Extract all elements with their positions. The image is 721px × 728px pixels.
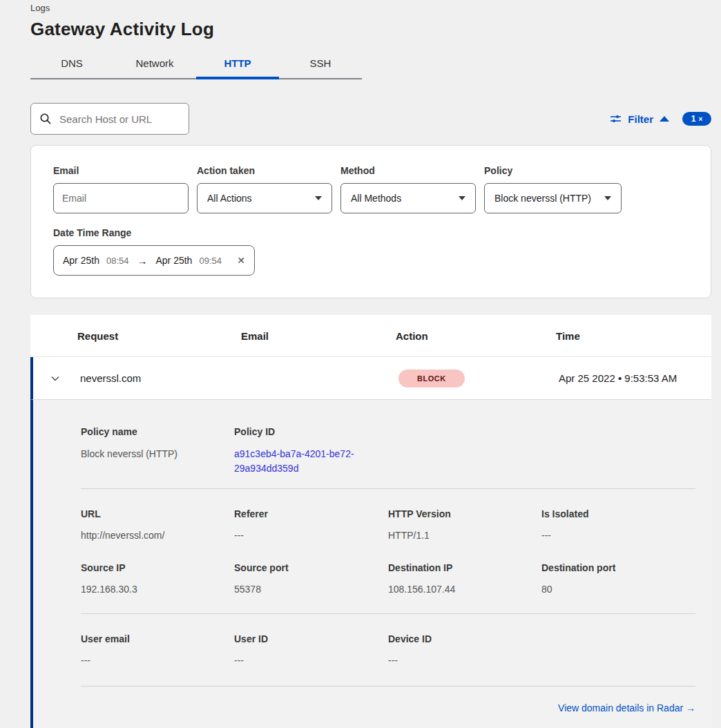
clear-filters-icon[interactable]: × [698, 115, 702, 123]
start-time: 08:54 [106, 256, 129, 266]
destination-port-value: 80 [541, 582, 695, 597]
is-isolated-field: Is Isolated --- [541, 508, 695, 543]
source-port-field: Source port 55378 [234, 562, 388, 597]
status-badge: BLOCK [398, 370, 465, 387]
destination-ip-field: Destination IP 108.156.107.44 [388, 562, 541, 597]
email-filter-label: Email [53, 165, 189, 176]
source-port-value: 55378 [234, 582, 388, 597]
tab-network[interactable]: Network [113, 50, 196, 78]
col-header-request: Request [77, 330, 241, 342]
log-type-tabs: DNS Network HTTP SSH [30, 50, 362, 79]
breadcrumb: Logs [30, 0, 711, 13]
collapse-caret-icon[interactable] [660, 116, 669, 122]
search-input[interactable] [58, 113, 198, 126]
filter-toggle-button[interactable]: Filter [628, 113, 653, 125]
end-date: Apr 25th [155, 255, 192, 266]
policy-id-link[interactable]: a91c3eb4-ba7a-4201-be72-29a934dd359d [234, 447, 369, 476]
destination-ip-value: 108.156.107.44 [388, 582, 541, 597]
date-range-field: Date Time Range Apr 25th 08:54 → Apr 25t… [53, 227, 689, 276]
col-header-action: Action [396, 330, 556, 342]
is-isolated-value: --- [541, 528, 695, 543]
http-version-value: HTTP/1.1 [388, 528, 541, 543]
log-detail-panel: Policy name Block neverssl (HTTP) Policy… [30, 399, 711, 728]
user-id-field: User ID --- [234, 633, 388, 668]
table-header-row: Request Email Action Time [30, 315, 711, 357]
search-box [30, 103, 189, 135]
policy-id-field: Policy ID a91c3eb4-ba7a-4201-be72-29a934… [234, 426, 388, 476]
filter-panel: Email Action taken All Actions Method Al… [30, 145, 711, 298]
action-filter-label: Action taken [197, 165, 332, 176]
source-ip-field: Source IP 192.168.30.3 [81, 562, 234, 597]
referer-value: --- [234, 528, 388, 543]
user-email-value: --- [81, 653, 234, 668]
action-filter-field: Action taken All Actions [197, 165, 332, 213]
date-range-picker[interactable]: Apr 25th 08:54 → Apr 25th 09:54 ✕ [53, 245, 255, 276]
email-filter-input[interactable] [53, 183, 189, 213]
col-header-time: Time [556, 330, 711, 342]
method-value: All Methods [351, 193, 401, 204]
policy-filter-field: Policy Block neverssl (HTTP) [484, 165, 622, 213]
chevron-down-icon [315, 196, 322, 200]
tab-dns[interactable]: DNS [30, 50, 113, 78]
method-select[interactable]: All Methods [340, 183, 476, 213]
active-filter-count-badge[interactable]: 1 × [682, 112, 711, 126]
page-title: Gateway Activity Log [30, 19, 711, 40]
method-filter-label: Method [340, 165, 476, 176]
policy-value: Block neverssl (HTTP) [494, 193, 591, 204]
request-section: URL http://neverssl.com/ Referer --- HTT… [81, 489, 695, 613]
user-id-value: --- [234, 653, 388, 668]
row-time: Apr 25 2022 • 9:53:53 AM [559, 372, 711, 384]
row-request: neverssl.com [80, 372, 244, 384]
date-range-label: Date Time Range [53, 227, 689, 238]
range-arrow-icon: → [135, 255, 148, 267]
policy-name-value: Block neverssl (HTTP) [81, 447, 234, 461]
table-row[interactable]: neverssl.com BLOCK Apr 25 2022 • 9:53:53… [30, 357, 711, 399]
filter-controls: Filter 1 × [610, 112, 711, 126]
user-section: User email --- User ID --- Device ID --- [81, 614, 695, 686]
filter-sliders-icon[interactable] [610, 113, 622, 124]
end-time: 09:54 [199, 256, 222, 266]
policy-name-field: Policy name Block neverssl (HTTP) [81, 426, 234, 476]
device-id-value: --- [388, 653, 541, 668]
search-filter-row: Filter 1 × [30, 103, 711, 135]
device-id-field: Device ID --- [388, 633, 541, 668]
method-filter-field: Method All Methods [340, 165, 476, 213]
row-action: BLOCK [398, 370, 559, 387]
clear-date-range-icon[interactable]: ✕ [237, 255, 245, 266]
row-expand-chevron-icon[interactable] [30, 374, 80, 383]
filter-count: 1 [691, 114, 696, 124]
tab-ssh[interactable]: SSH [279, 50, 362, 78]
destination-port-field: Destination port 80 [541, 562, 695, 597]
policy-select[interactable]: Block neverssl (HTTP) [484, 183, 622, 213]
chevron-down-icon [459, 196, 465, 200]
action-taken-select[interactable]: All Actions [197, 183, 332, 213]
url-value: http://neverssl.com/ [81, 528, 234, 543]
col-header-email: Email [241, 330, 396, 342]
source-ip-value: 192.168.30.3 [81, 582, 234, 597]
chevron-down-icon [604, 196, 611, 200]
radar-link-row: View domain details in Radar → [81, 687, 695, 714]
activity-log-table: Request Email Action Time neverssl.com B… [30, 315, 711, 728]
policy-section: Policy name Block neverssl (HTTP) Policy… [81, 400, 695, 488]
email-filter-field: Email [53, 165, 189, 213]
user-email-field: User email --- [81, 633, 234, 668]
url-field: URL http://neverssl.com/ [81, 508, 234, 543]
view-in-radar-link[interactable]: View domain details in Radar → [558, 702, 695, 713]
http-version-field: HTTP Version HTTP/1.1 [388, 508, 541, 543]
start-date: Apr 25th [63, 255, 99, 266]
referer-field: Referer --- [234, 508, 388, 543]
tab-http[interactable]: HTTP [196, 50, 279, 78]
action-taken-value: All Actions [207, 193, 252, 204]
policy-filter-label: Policy [484, 165, 622, 176]
search-icon [39, 113, 52, 125]
